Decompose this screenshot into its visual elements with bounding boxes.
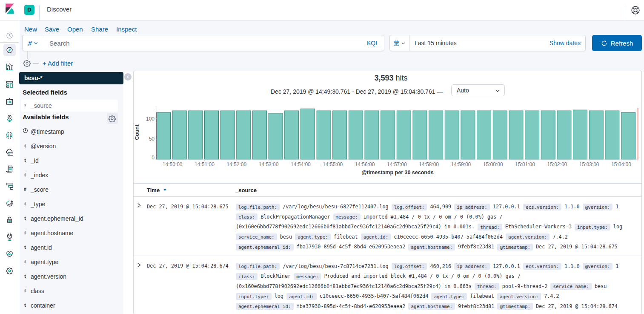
- field-item-_score[interactable]: #_score: [21, 184, 118, 196]
- histogram-bar[interactable]: [461, 111, 475, 159]
- histogram-bar[interactable]: [413, 111, 427, 159]
- nav-item-maps[interactable]: [3, 112, 16, 124]
- histogram-bar[interactable]: [301, 109, 315, 159]
- field-value: 1: [615, 263, 618, 269]
- nav-item-logs[interactable]: [3, 163, 16, 175]
- histogram-bar[interactable]: [157, 112, 171, 159]
- calendar-dropdown-button[interactable]: [390, 35, 409, 51]
- nav-section-divider: [0, 42, 19, 43]
- histogram-bar[interactable]: [397, 111, 411, 159]
- histogram-bar[interactable]: [317, 111, 331, 159]
- histogram-bar[interactable]: [493, 111, 507, 159]
- histogram-bar[interactable]: [349, 111, 363, 159]
- string-type-icon: t: [23, 172, 28, 178]
- field-item-agent.ephemeral_id[interactable]: tagent.ephemeral_id: [21, 213, 118, 225]
- histogram-bar[interactable]: [429, 111, 443, 159]
- kibana-logo[interactable]: [4, 3, 15, 14]
- field-item-_type[interactable]: t_type: [21, 198, 118, 210]
- histogram-bar[interactable]: [605, 111, 619, 159]
- nav-item-recently-viewed[interactable]: [3, 29, 16, 42]
- expand-row-icon[interactable]: [137, 203, 142, 208]
- index-pattern-selector[interactable]: besu-*: [19, 72, 123, 84]
- table-header: Time _source: [134, 183, 641, 197]
- nav-item-canvas[interactable]: [3, 95, 16, 107]
- histogram-bar[interactable]: [252, 111, 266, 159]
- discover-icon: [6, 46, 13, 54]
- nav-item-siem[interactable]: [3, 214, 16, 226]
- field-item-agent.hostname[interactable]: tagent.hostname: [21, 227, 118, 239]
- nav-item-metrics[interactable]: [3, 146, 16, 158]
- top-header: D Discover: [0, 0, 644, 20]
- field-value: log: [613, 224, 622, 230]
- kql-language-toggle[interactable]: KQL: [367, 35, 379, 51]
- histogram-bar[interactable]: [381, 111, 395, 159]
- field-item-agent.type[interactable]: tagent.type: [21, 256, 118, 268]
- nav-item-dev-tools[interactable]: [3, 231, 16, 243]
- nav-item-discover[interactable]: [3, 44, 16, 56]
- field-item-agent.id[interactable]: tagent.id: [21, 242, 118, 254]
- field-name: _score: [31, 186, 49, 193]
- histogram-bar[interactable]: [205, 111, 219, 159]
- field-item-_index[interactable]: t_index: [21, 169, 118, 181]
- help-icon[interactable]: [631, 6, 640, 15]
- string-type-icon: t: [23, 230, 28, 236]
- string-type-icon: t: [23, 259, 28, 265]
- app-badge[interactable]: D: [24, 5, 34, 15]
- histogram-bar[interactable]: [509, 111, 523, 159]
- histogram-bar[interactable]: [172, 111, 186, 159]
- management-icon: [6, 267, 13, 274]
- collapse-sidebar-button[interactable]: [124, 73, 132, 81]
- nav-item-management[interactable]: [3, 265, 16, 277]
- histogram-chart[interactable]: 05010014:50:0014:51:0014:52:0014:53:0014…: [134, 101, 641, 182]
- nav-item-apm[interactable]: [3, 180, 16, 192]
- devtools-icon: [6, 233, 13, 241]
- histogram-bar[interactable]: [621, 112, 635, 159]
- string-type-icon: t: [23, 201, 28, 207]
- histogram-bar[interactable]: [573, 110, 587, 159]
- field-name-chip: input.type:: [236, 293, 272, 300]
- fields-settings-gear-icon[interactable]: [109, 115, 116, 122]
- field-item-class[interactable]: tclass: [21, 285, 118, 297]
- field-value: 127.0.0.1: [493, 263, 520, 269]
- field-name-chip: log.file.path:: [236, 263, 280, 270]
- field-item-_source[interactable]: ?_source: [21, 100, 118, 112]
- nav-item-stack-monitoring[interactable]: [3, 248, 16, 260]
- x-tick-label: 14:53:00: [259, 161, 279, 167]
- field-item-container[interactable]: tcontainer: [21, 300, 118, 311]
- show-dates-link[interactable]: Show dates: [550, 35, 581, 51]
- histogram-bar[interactable]: [589, 111, 603, 159]
- document-row[interactable]: Dec 27, 2019 @ 15:04:28.675log.file.path…: [134, 197, 641, 256]
- nav-item-uptime[interactable]: [3, 197, 16, 209]
- histogram-bar[interactable]: [333, 111, 347, 159]
- histogram-bar[interactable]: [365, 111, 379, 159]
- document-row[interactable]: Dec 27, 2019 @ 15:04:28.674log.file.path…: [134, 256, 641, 314]
- field-item-agent.version[interactable]: tagent.version: [21, 271, 118, 282]
- field-value: besu: [595, 283, 607, 289]
- histogram-bar[interactable]: [525, 111, 539, 159]
- refresh-button[interactable]: Refresh: [592, 35, 642, 51]
- field-item-@timestamp[interactable]: @timestamp: [21, 126, 118, 138]
- interval-select[interactable]: Auto: [451, 84, 505, 96]
- histogram-bar[interactable]: [237, 111, 251, 159]
- field-name: agent.type: [31, 259, 58, 265]
- histogram-bar[interactable]: [269, 113, 283, 159]
- histogram-bar[interactable]: [541, 111, 555, 159]
- nav-item-dashboard[interactable]: [3, 78, 16, 90]
- field-item-_id[interactable]: t_id: [21, 155, 118, 167]
- nav-item-visualize[interactable]: [3, 61, 16, 73]
- histogram-bar[interactable]: [189, 111, 203, 159]
- histogram-bar[interactable]: [285, 111, 299, 159]
- field-name-chip: agent.type:: [295, 233, 331, 240]
- time-range-value[interactable]: Last 15 minutes: [415, 35, 457, 51]
- nav-item-machine-learning[interactable]: [3, 129, 16, 141]
- field-item-@version[interactable]: t@version: [21, 140, 118, 152]
- histogram-bar[interactable]: [477, 111, 491, 159]
- histogram-bar[interactable]: [220, 111, 235, 159]
- histogram-bar[interactable]: [445, 111, 459, 159]
- expand-row-icon[interactable]: [137, 262, 142, 268]
- field-name: class: [31, 288, 44, 294]
- histogram-bar[interactable]: [557, 111, 571, 159]
- column-header-time[interactable]: Time: [147, 184, 167, 197]
- field-value: Imported #1,484 / 0 tx / 0 om / 0 (0.0%)…: [364, 214, 503, 220]
- field-name-chip: @version:: [583, 204, 613, 210]
